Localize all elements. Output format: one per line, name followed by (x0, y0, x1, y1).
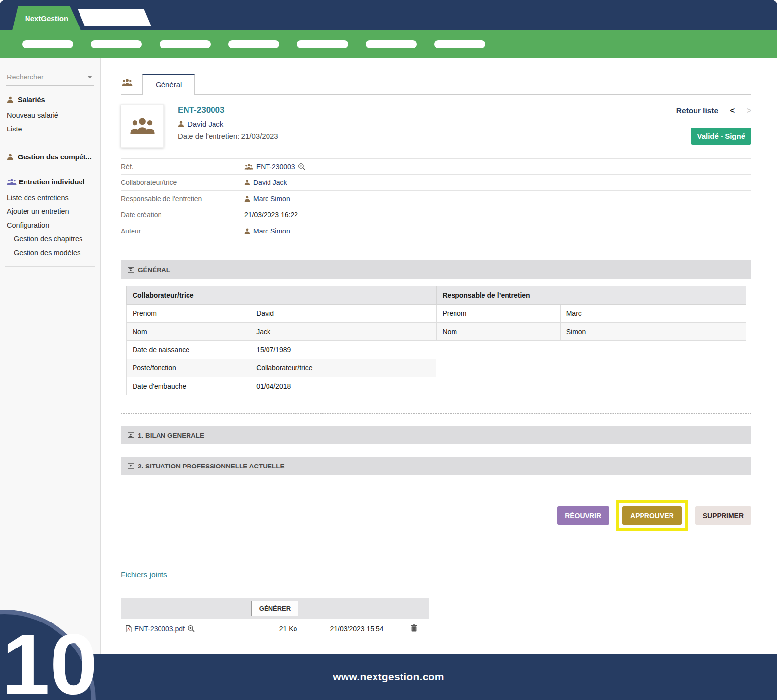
table-row: Prénom Marc (436, 305, 746, 323)
main-content: Général ENT-230003 David Jack (101, 58, 777, 654)
sidebar-item-gestion-modeles[interactable]: Gestion des modèles (6, 246, 94, 259)
app-header: NextGestion (0, 0, 777, 30)
table-row: Poste/fonction Collaborateur/trice (127, 359, 436, 377)
pdf-file-icon (126, 625, 132, 632)
nav-pill[interactable] (228, 40, 279, 48)
cell-label: Date d'embauche (127, 377, 250, 395)
sidebar-item-liste[interactable]: Liste (6, 122, 94, 136)
tab-entretien-icon-button[interactable] (121, 79, 142, 94)
user-icon (244, 196, 250, 202)
generate-button[interactable]: GÉNÉRER (251, 601, 298, 616)
section-title: 1. BILAN GENERALE (138, 432, 204, 439)
zoom-in-icon[interactable] (188, 625, 195, 632)
sidebar-item-nouveau-salarie[interactable]: Nouveau salarié (6, 108, 94, 122)
nav-pill[interactable] (22, 40, 73, 48)
detail-value: David Jack (253, 179, 287, 186)
nav-pill[interactable] (366, 40, 417, 48)
sidebar-section-salaries[interactable]: Salariés (7, 96, 94, 104)
section-general-body: Collaborateur/trice Prénom David Nom Jac… (121, 279, 751, 414)
sidebar-item-gestion-chapitres[interactable]: Gestion des chapitres (6, 232, 94, 246)
table-row: Date de naissance 15/07/1989 (127, 341, 436, 359)
record-header: ENT-230003 David Jack Date de l'entretie… (121, 104, 751, 148)
table-row: Nom Jack (127, 323, 436, 341)
record-info: ENT-230003 David Jack Date de l'entretie… (178, 104, 634, 148)
sidebar-item-configuration[interactable]: Configuration (6, 218, 94, 232)
nav-pill[interactable] (91, 40, 142, 48)
users-icon (244, 164, 253, 170)
sidebar-section-competences[interactable]: Gestion des compét... (7, 153, 94, 161)
detail-row-responsable: Responsable de l'entretien Marc Simon (121, 191, 751, 207)
section-situation-header[interactable]: 2. SITUATION PROFESSIONNELLE ACTUELLE (121, 457, 751, 475)
tab-general[interactable]: Général (142, 74, 195, 95)
sidebar-item-ajouter-entretien[interactable]: Ajouter un entretien (6, 205, 94, 218)
tab-bar: Général (121, 72, 751, 95)
back-to-list-link[interactable]: Retour liste (676, 106, 718, 115)
nav-pill[interactable] (434, 40, 485, 48)
user-icon (244, 228, 250, 234)
section-bilan-header[interactable]: 1. BILAN GENERALE (121, 426, 751, 444)
user-icon (7, 96, 14, 103)
search-placeholder: Rechercher (7, 73, 44, 81)
step-number: 10 (2, 621, 98, 700)
table-row: Prénom David (127, 305, 436, 323)
cell-value: Jack (250, 323, 436, 341)
user-icon (178, 121, 184, 127)
record-employee: David Jack (188, 120, 223, 128)
detail-value: Marc Simon (253, 195, 290, 203)
approve-button[interactable]: APPROUVER (622, 506, 682, 525)
user-icon (244, 180, 250, 185)
detail-row-ref: Réf. ENT-230003 (121, 158, 751, 175)
table-row: Date d'embauche 01/04/2018 (127, 377, 436, 395)
table-header: Collaborateur/trice (127, 286, 436, 305)
sidebar-item-liste-entretiens[interactable]: Liste des entretiens (6, 191, 94, 205)
section-general: GÉNÉRAL Collaborateur/trice Prénom David (121, 260, 751, 414)
cell-value: Collaborateur/trice (250, 359, 436, 377)
cell-label: Date de naissance (127, 341, 250, 359)
search-input[interactable]: Rechercher (6, 71, 94, 86)
main-nav-bar (0, 30, 777, 58)
cell-label: Nom (127, 323, 250, 341)
divider (5, 266, 95, 267)
divider (5, 143, 95, 143)
cell-label: Prénom (436, 305, 560, 323)
actions-row: RÉOUVRIR APPROUVER SUPPRIMER (121, 500, 751, 531)
file-size: 21 Ko (261, 625, 315, 633)
detail-label: Collaborateur/trice (121, 179, 244, 186)
cell-value: 15/07/1989 (250, 341, 436, 359)
delete-button[interactable]: SUPPRIMER (695, 506, 751, 525)
attachments-title[interactable]: Fichiers joints (121, 570, 751, 579)
trash-icon[interactable] (411, 624, 417, 632)
table-row: Nom Simon (436, 323, 746, 341)
header-decorative-shape (78, 9, 151, 26)
users-icon (122, 79, 133, 86)
divider (5, 168, 95, 168)
detail-value: Marc Simon (253, 227, 290, 235)
detail-row-collaborateur: Collaborateur/trice David Jack (121, 175, 751, 191)
sidebar-section-entretien[interactable]: Entretien individuel (7, 178, 94, 186)
collapse-icon (128, 463, 134, 469)
collapse-icon (128, 267, 134, 273)
detail-row-date-creation: Date création 21/03/2023 16:22 (121, 207, 751, 223)
cell-value: Simon (560, 323, 746, 341)
nav-pill[interactable] (160, 40, 211, 48)
sidebar-title-label: Gestion des compét... (18, 153, 92, 161)
detail-label: Auteur (121, 227, 244, 235)
reopen-button[interactable]: RÉOUVRIR (557, 506, 609, 525)
file-link[interactable]: ENT-230003.pdf (134, 625, 185, 633)
previous-record-arrow[interactable]: < (730, 106, 735, 116)
users-icon (130, 117, 155, 135)
zoom-in-icon[interactable] (298, 163, 305, 170)
collapse-icon (128, 432, 134, 438)
table-header: Responsable de l’entretien (436, 286, 746, 305)
next-record-arrow[interactable]: > (747, 106, 751, 116)
file-row: ENT-230003.pdf 21 Ko 21/03/2023 15:54 (121, 619, 429, 639)
cell-value: 01/04/2018 (250, 377, 436, 395)
nav-pill[interactable] (297, 40, 348, 48)
collaborateur-table: Collaborateur/trice Prénom David Nom Jac… (126, 286, 436, 395)
logo-tab[interactable]: NextGestion (12, 6, 81, 30)
sidebar-title-label: Entretien individuel (19, 178, 85, 186)
cell-label: Poste/fonction (127, 359, 250, 377)
section-general-header[interactable]: GÉNÉRAL (121, 260, 751, 279)
sidebar: Rechercher Salariés Nouveau salarié List… (0, 58, 101, 654)
approve-highlight-box: APPROUVER (616, 500, 688, 531)
